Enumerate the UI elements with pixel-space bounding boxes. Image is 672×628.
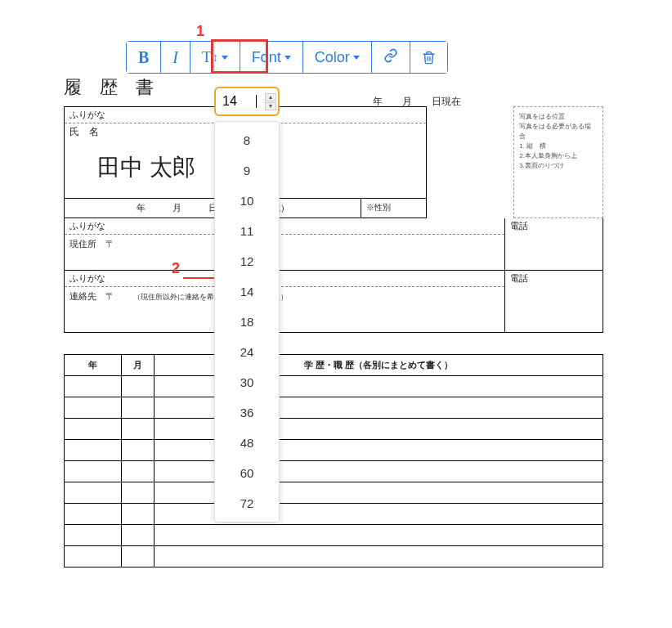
furigana-label: ふりがな [65,271,504,287]
address-section: ふりがな 現住所 〒 電話 [64,218,603,271]
photo-note-line: 2.本人単身胸から上 [519,151,598,161]
photo-note-line: 1. 縦 横 [519,141,598,151]
address-label: 現住所 〒 [65,235,504,270]
spinner-down-button[interactable]: ▼ [265,102,276,110]
size-option-60[interactable]: 60 [215,458,279,488]
caret-down-icon [222,56,228,60]
size-option-8[interactable]: 8 [215,125,279,155]
size-option-14[interactable]: 14 [215,276,279,307]
font-size-input-wrap: ▲ ▼ [214,87,280,116]
spinner: ▲ ▼ [265,93,276,110]
link-button[interactable] [372,42,410,73]
size-option-48[interactable]: 48 [215,428,279,458]
contact-label-text: 連絡先 〒 [69,291,114,301]
tel-label: 電話 [505,218,603,235]
text-format-toolbar: B I T↕ Font Color [126,41,448,74]
table-row[interactable] [65,419,603,440]
contact-section: ふりがな 連絡先 〒 （現住所以外に連絡を希望する場合のみ記入） 電話 [64,271,603,333]
size-option-72[interactable]: 72 [215,488,279,518]
caret-down-icon [353,56,360,60]
document-title: 履 歴 書 [64,75,603,100]
italic-button[interactable]: I [161,42,190,73]
font-size-dropdown: 8 9 10 11 12 14 18 24 30 36 48 60 72 [214,121,280,523]
delete-button[interactable] [410,42,447,73]
col-year: 年 [65,355,122,376]
table-row[interactable] [65,397,603,419]
resume-document: 履 歴 書 年 月 日現在 ふりがな 氏 名 田中 太郎 年 月 日生 （満 歳… [64,75,603,567]
size-option-12[interactable]: 12 [215,246,279,276]
date-header: 年 月 日現在 [373,95,461,109]
bold-label: B [138,48,149,67]
photo-instructions: 写真をはる位置 写真をはる必要がある場合 1. 縦 横 2.本人単身胸から上 3… [513,106,603,218]
table-row[interactable] [65,546,603,567]
font-size-input[interactable] [222,94,255,109]
italic-label: I [172,48,178,67]
size-option-10[interactable]: 10 [215,186,279,216]
trash-icon [422,51,436,65]
color-label: Color [315,49,350,66]
tel-label: 電話 [505,271,603,287]
contact-label: 連絡先 〒 （現住所以外に連絡を希望する場合のみ記入） [65,287,504,332]
history-table: 年 月 学 歴・職 歴（各別にまとめて書く） [64,354,603,567]
photo-note-line: 写真をはる必要がある場合 [519,122,598,141]
gender-label: ※性別 [361,199,426,218]
table-row[interactable] [65,440,603,461]
updown-arrows-icon: ↕ [213,51,218,64]
font-label: Font [252,49,281,66]
text-cursor [256,95,257,108]
size-option-36[interactable]: 36 [215,397,279,428]
spinner-up-button[interactable]: ▲ [265,93,276,101]
link-icon [383,48,398,66]
table-row[interactable] [65,482,603,504]
furigana-label: ふりがな [65,218,504,235]
table-row[interactable] [65,525,603,546]
annotation-number-1: 1 [196,23,204,40]
annotation-number-2: 2 [172,260,180,277]
font-color-button[interactable]: Color [303,42,372,73]
text-icon: T [202,48,212,66]
caret-down-icon [284,56,291,60]
table-row[interactable] [65,376,603,397]
size-option-24[interactable]: 24 [215,337,279,367]
photo-note-line: 写真をはる位置 [519,112,598,122]
font-family-button[interactable]: Font [240,42,303,73]
dob-text: 年 月 日生 （満 歳） [65,199,361,218]
size-option-11[interactable]: 11 [215,216,279,246]
table-row[interactable] [65,461,603,482]
bold-button[interactable]: B [127,42,161,73]
size-option-30[interactable]: 30 [215,367,279,397]
size-option-18[interactable]: 18 [215,307,279,337]
size-option-9[interactable]: 9 [215,155,279,186]
photo-note-line: 3.裏面のりづけ [519,161,598,171]
col-month: 月 [122,355,155,376]
font-size-button[interactable]: T↕ [190,42,240,73]
table-row[interactable] [65,504,603,525]
